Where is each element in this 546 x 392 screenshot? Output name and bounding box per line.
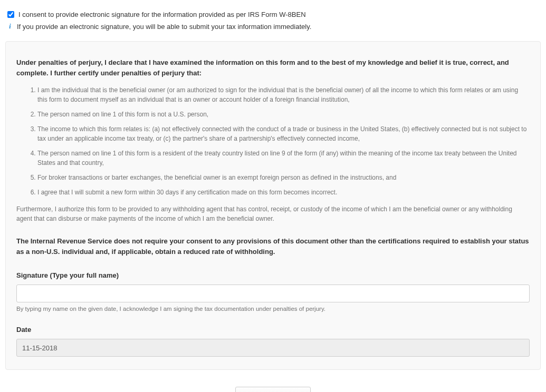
info-icon: i — [7, 23, 13, 31]
signature-input[interactable] — [16, 285, 530, 302]
furthermore-text: Furthermore, I authorize this form to be… — [16, 204, 530, 223]
info-row: i If you provide an electronic signature… — [5, 23, 541, 31]
certification-list: I am the individual that is the benefici… — [16, 85, 530, 197]
consent-checkbox[interactable] — [7, 11, 14, 18]
signature-help-text: By typing my name on the given date, I a… — [16, 306, 530, 312]
certification-item: I agree that I will submit a new form wi… — [37, 188, 530, 197]
irs-notice-text: The Internal Revenue Service does not re… — [16, 236, 530, 257]
save-preview-button[interactable]: Save and Preview — [235, 387, 311, 392]
date-input — [16, 339, 530, 357]
certification-item: The income to which this form relates is… — [37, 124, 530, 143]
certification-item: For broker transactions or barter exchan… — [37, 173, 530, 182]
signature-label: Signature (Type your full name) — [16, 271, 530, 279]
certification-item: The person named on line 1 of this form … — [37, 149, 530, 168]
certification-panel: Under penalties of perjury, I declare th… — [5, 41, 541, 370]
consent-label: I consent to provide electronic signatur… — [18, 11, 306, 18]
declaration-text: Under penalties of perjury, I declare th… — [16, 57, 530, 78]
date-label: Date — [16, 326, 530, 334]
info-text: If you provide an electronic signature, … — [17, 23, 311, 31]
certification-item: I am the individual that is the benefici… — [37, 85, 530, 104]
button-row: Save and Preview — [5, 387, 541, 392]
consent-row: I consent to provide electronic signatur… — [5, 11, 541, 18]
certification-item: The person named on line 1 of this form … — [37, 110, 530, 119]
